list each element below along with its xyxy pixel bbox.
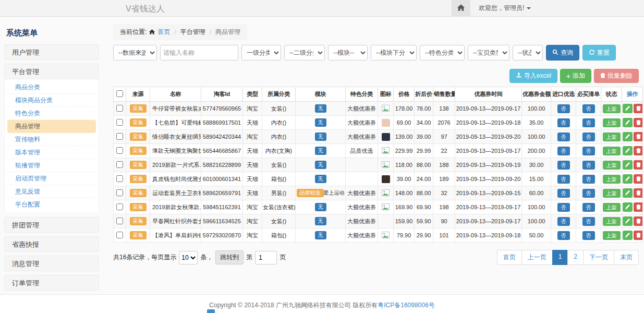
import-excel-button[interactable]: 导入excel bbox=[509, 69, 557, 83]
sidebar-item[interactable]: 版本管理 bbox=[5, 146, 99, 159]
delete-button[interactable] bbox=[634, 216, 643, 226]
reset-button[interactable]: 重置 bbox=[582, 45, 616, 61]
jump-page-input[interactable] bbox=[255, 251, 277, 264]
data-source-select[interactable]: --数据来源-- bbox=[113, 45, 157, 61]
sidebar-item[interactable]: 特色分类 bbox=[5, 107, 99, 120]
status-button[interactable]: 上架 bbox=[603, 161, 621, 170]
select-all-checkbox[interactable] bbox=[116, 90, 123, 97]
bottom-widget[interactable] bbox=[207, 309, 215, 313]
delete-button[interactable] bbox=[634, 202, 643, 212]
status-button[interactable]: 上架 bbox=[603, 203, 621, 212]
row-checkbox[interactable] bbox=[116, 147, 123, 154]
edit-button[interactable] bbox=[623, 132, 633, 141]
status-button[interactable]: 上架 bbox=[603, 189, 621, 198]
breadcrumb-home-link[interactable]: 首页 bbox=[157, 28, 170, 37]
status-select[interactable]: --状态-- bbox=[513, 45, 543, 61]
delete-button[interactable] bbox=[634, 118, 643, 127]
home-button[interactable] bbox=[452, 0, 470, 16]
imported-toggle-button[interactable]: 否 bbox=[557, 203, 570, 212]
imported-toggle-button[interactable]: 否 bbox=[557, 104, 570, 113]
sidebar-group-header-5[interactable]: 订单管理 bbox=[4, 275, 99, 291]
edit-button[interactable] bbox=[623, 160, 633, 170]
must-buy-toggle-button[interactable]: 否 bbox=[582, 147, 595, 155]
must-buy-toggle-button[interactable]: 否 bbox=[582, 231, 595, 240]
delete-button[interactable] bbox=[634, 174, 643, 184]
imported-toggle-button[interactable]: 否 bbox=[557, 161, 570, 170]
icp-link[interactable]: 粤ICP备16098006号 bbox=[378, 302, 434, 309]
must-buy-toggle-button[interactable]: 否 bbox=[582, 133, 595, 141]
must-buy-toggle-button[interactable]: 否 bbox=[582, 175, 595, 184]
module-select[interactable]: --模块-- bbox=[328, 45, 368, 61]
level1-category-select[interactable]: 一级分类 bbox=[241, 45, 281, 61]
sidebar-group-header-0[interactable]: 用户管理 bbox=[4, 44, 99, 60]
imported-toggle-button[interactable]: 否 bbox=[557, 217, 570, 226]
status-button[interactable]: 上架 bbox=[603, 231, 621, 240]
page-button-2[interactable]: 2 bbox=[567, 250, 584, 265]
row-checkbox[interactable] bbox=[116, 105, 123, 112]
name-input[interactable] bbox=[160, 45, 238, 61]
page-button-末页[interactable]: 末页 bbox=[614, 250, 639, 265]
sidebar-item[interactable]: 平台配置 bbox=[5, 198, 99, 211]
edit-button[interactable] bbox=[623, 104, 633, 113]
status-button[interactable]: 上架 bbox=[603, 118, 621, 127]
edit-button[interactable] bbox=[623, 202, 633, 212]
imported-toggle-button[interactable]: 否 bbox=[557, 231, 570, 240]
row-checkbox[interactable] bbox=[116, 232, 123, 238]
delete-button[interactable] bbox=[634, 104, 643, 113]
sidebar-item[interactable]: 商品管理 bbox=[7, 120, 96, 133]
must-buy-toggle-button[interactable]: 否 bbox=[582, 189, 595, 198]
imported-toggle-button[interactable]: 否 bbox=[557, 147, 570, 155]
status-button[interactable]: 上架 bbox=[603, 104, 621, 113]
delete-button[interactable] bbox=[634, 132, 643, 141]
must-buy-toggle-button[interactable]: 否 bbox=[582, 217, 595, 226]
sidebar-item[interactable]: 宣传物料 bbox=[5, 133, 99, 146]
level2-category-select[interactable]: --二级分类-- bbox=[284, 45, 325, 61]
must-buy-toggle-button[interactable]: 否 bbox=[582, 118, 595, 127]
edit-button[interactable] bbox=[623, 146, 633, 155]
status-button[interactable]: 上架 bbox=[603, 147, 621, 155]
sidebar-item[interactable]: 商品分类 bbox=[5, 81, 99, 94]
edit-button[interactable] bbox=[623, 188, 633, 198]
sidebar-group-header-4[interactable]: 消息管理 bbox=[4, 256, 99, 271]
module-sub-category-select[interactable]: --模块下分类-- bbox=[371, 45, 417, 61]
row-checkbox[interactable] bbox=[116, 133, 123, 140]
page-button-1[interactable]: 1 bbox=[552, 250, 568, 265]
edit-button[interactable] bbox=[623, 231, 633, 240]
sidebar-item[interactable]: 轮播管理 bbox=[5, 159, 99, 172]
delete-button[interactable] bbox=[634, 160, 643, 170]
sidebar-item[interactable]: 启动页管理 bbox=[5, 172, 99, 185]
must-buy-toggle-button[interactable]: 否 bbox=[582, 104, 595, 113]
item-type-select[interactable]: --宝贝类型-- bbox=[468, 45, 509, 61]
edit-button[interactable] bbox=[623, 174, 633, 184]
row-checkbox[interactable] bbox=[116, 161, 123, 168]
status-button[interactable]: 上架 bbox=[603, 133, 621, 141]
imported-toggle-button[interactable]: 否 bbox=[557, 118, 570, 127]
page-button-上一页[interactable]: 上一页 bbox=[521, 250, 553, 265]
sidebar-item[interactable]: 意见反馈 bbox=[5, 185, 99, 198]
delete-button[interactable] bbox=[634, 231, 643, 240]
imported-toggle-button[interactable]: 否 bbox=[557, 175, 570, 184]
bulk-delete-button[interactable]: 批量删除 bbox=[594, 69, 639, 83]
must-buy-toggle-button[interactable]: 否 bbox=[582, 203, 595, 212]
sidebar-group-header-1[interactable]: 平台管理 bbox=[4, 64, 99, 79]
imported-toggle-button[interactable]: 否 bbox=[557, 133, 570, 141]
query-button[interactable]: 查询 bbox=[546, 45, 579, 61]
delete-button[interactable] bbox=[634, 188, 643, 198]
row-checkbox[interactable] bbox=[116, 218, 123, 224]
row-checkbox[interactable] bbox=[116, 119, 123, 126]
status-button[interactable]: 上架 bbox=[603, 175, 621, 184]
row-checkbox[interactable] bbox=[116, 175, 123, 182]
row-checkbox[interactable] bbox=[116, 203, 123, 210]
delete-button[interactable] bbox=[634, 146, 643, 155]
edit-button[interactable] bbox=[623, 216, 633, 226]
row-checkbox[interactable] bbox=[116, 189, 123, 196]
page-button-下一页[interactable]: 下一页 bbox=[583, 250, 614, 265]
status-button[interactable]: 上架 bbox=[603, 217, 621, 226]
user-menu[interactable]: 欢迎您，管理员! bbox=[479, 0, 531, 16]
sidebar-group-header-3[interactable]: 省惠快报 bbox=[4, 236, 99, 252]
sidebar-group-header-2[interactable]: 拼团管理 bbox=[4, 217, 99, 233]
add-button[interactable]: + 添加 bbox=[560, 69, 591, 83]
feature-category-select[interactable]: --特色分类-- bbox=[420, 45, 465, 61]
edit-button[interactable] bbox=[623, 118, 633, 127]
imported-toggle-button[interactable]: 否 bbox=[557, 189, 570, 198]
